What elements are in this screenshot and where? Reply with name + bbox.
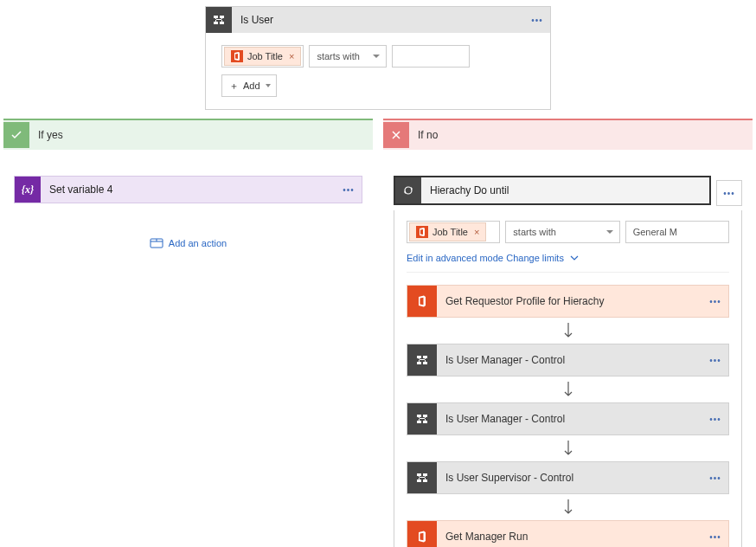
arrow-down-icon [407,318,729,344]
step-title: Is User Manager - Control [437,413,702,425]
operator-value: starts with [317,51,360,61]
set-variable-header[interactable]: {x} Set variable 4 ••• [15,177,362,203]
step-menu-button[interactable]: ••• [702,297,728,306]
loop-header[interactable]: Hierachy Do until [395,177,709,203]
step-card[interactable]: Is User Manager - Control••• [407,344,729,376]
condition-expression-row: Job Title × starts with [221,45,535,68]
branch-yes-header: If yes [3,120,373,150]
branch-no-header: If no [383,120,753,150]
add-action-label: Add an action [169,238,227,248]
check-icon [3,122,29,148]
step-title: Get Manager Run [437,531,702,543]
value-text: General M [633,227,677,237]
loop-job-title-chip[interactable]: Job Title × [409,222,486,241]
step-menu-button[interactable]: ••• [702,356,728,365]
chip-remove-icon[interactable]: × [289,51,294,61]
add-action-icon [150,238,163,248]
branches-container: If yes {x} Set variable 4 ••• Add an act… [0,119,756,547]
condition-icon [407,403,437,434]
condition-icon [407,462,437,493]
condition-value-input[interactable] [392,45,470,68]
operator-value: starts with [513,227,556,237]
step-title: Is User Supervisor - Control [437,472,702,484]
condition-title: Is User [232,14,524,26]
office-icon [407,521,437,547]
step-menu-button[interactable]: ••• [702,532,728,542]
condition-icon [206,7,232,33]
set-variable-menu-button[interactable]: ••• [336,185,362,195]
chip-remove-icon[interactable]: × [474,227,479,237]
chip-label: Job Title [432,227,468,237]
condition-icon [407,344,437,376]
set-variable-title: Set variable 4 [41,183,336,196]
loop-value-input[interactable]: General M [625,221,729,243]
plus-icon: ＋ [229,80,239,93]
add-label: Add [243,80,260,91]
set-variable-card[interactable]: {x} Set variable 4 ••• [14,176,362,203]
loop-icon [395,177,421,203]
add-action-button[interactable]: Add an action [14,203,362,257]
office-icon [416,226,428,238]
arrow-down-icon [407,435,729,461]
job-title-chip[interactable]: Job Title × [224,47,301,66]
chip-label: Job Title [247,51,283,61]
steps-list: Get Requestor Profile for Hierachy•••Is … [407,272,729,547]
step-card[interactable]: Is User Supervisor - Control••• [407,461,729,494]
branch-no-label: If no [409,129,438,141]
variable-icon: {x} [15,177,41,203]
loop-condition-row: Job Title × starts with General M [407,221,729,243]
step-menu-button[interactable]: ••• [702,415,728,424]
branch-yes-body: {x} Set variable 4 ••• Add an action [3,150,373,269]
office-icon [231,50,243,62]
condition-left-field[interactable]: Job Title × [221,45,304,68]
step-title: Is User Manager - Control [437,354,702,366]
loop-left-field[interactable]: Job Title × [407,221,500,243]
condition-header[interactable]: Is User ••• [206,7,550,33]
step-card[interactable]: Is User Manager - Control••• [407,402,729,435]
edit-advanced-mode-link[interactable]: Edit in advanced mode [407,253,503,263]
change-limits-link[interactable]: Change limits [506,253,579,263]
step-menu-button[interactable]: ••• [702,473,728,483]
branch-yes-label: If yes [29,129,63,141]
do-until-loop-card: Hierachy Do until [394,176,711,205]
branch-if-no: If no Hierachy Do until ••• [383,119,753,547]
branch-no-body: Hierachy Do until ••• Job Title × [383,150,753,547]
loop-body: Job Title × starts with General M Edit i… [394,210,742,547]
arrow-down-icon [407,494,729,520]
step-card[interactable]: Get Requestor Profile for Hierachy••• [407,285,729,318]
loop-menu-button[interactable]: ••• [716,180,742,206]
branch-if-yes: If yes {x} Set variable 4 ••• Add an act… [3,119,373,547]
condition-body: Job Title × starts with ＋ Add [206,33,550,109]
arrow-down-icon [407,376,729,402]
step-card[interactable]: Get Manager Run••• [407,520,729,547]
condition-menu-button[interactable]: ••• [524,16,550,25]
add-condition-button[interactable]: ＋ Add [221,74,277,97]
cross-icon [383,122,409,148]
chevron-down-icon [570,255,579,261]
office-icon [407,286,437,317]
condition-card: Is User ••• Job Title × starts with ＋ [205,6,551,110]
step-title: Get Requestor Profile for Hierachy [437,295,702,307]
loop-title: Hierachy Do until [421,184,709,196]
condition-operator-select[interactable]: starts with [309,45,387,68]
loop-operator-select[interactable]: starts with [505,221,619,243]
